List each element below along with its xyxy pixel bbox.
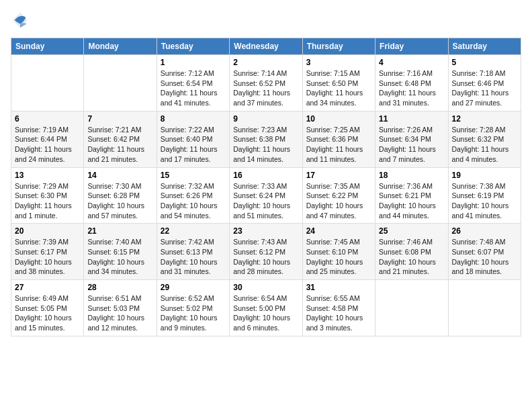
calendar-cell: 8Sunrise: 7:22 AM Sunset: 6:40 PM Daylig… (157, 111, 229, 167)
calendar-cell: 15Sunrise: 7:32 AM Sunset: 6:26 PM Dayli… (157, 167, 229, 224)
weekday-header: Thursday (302, 38, 375, 55)
calendar-cell: 18Sunrise: 7:36 AM Sunset: 6:21 PM Dayli… (375, 167, 448, 224)
calendar-cell: 3Sunrise: 7:15 AM Sunset: 6:50 PM Daylig… (302, 55, 375, 111)
day-info: Sunrise: 7:14 AM Sunset: 6:52 PM Dayligh… (233, 68, 298, 108)
logo-icon (11, 11, 30, 30)
weekday-header: Saturday (448, 38, 521, 55)
calendar-cell: 24Sunrise: 7:45 AM Sunset: 6:10 PM Dayli… (302, 224, 375, 280)
day-number: 27 (15, 283, 80, 292)
day-info: Sunrise: 7:32 AM Sunset: 6:26 PM Dayligh… (161, 181, 226, 221)
calendar-cell: 2Sunrise: 7:14 AM Sunset: 6:52 PM Daylig… (230, 55, 302, 111)
day-info: Sunrise: 7:28 AM Sunset: 6:32 PM Dayligh… (452, 125, 517, 165)
calendar-cell: 14Sunrise: 7:30 AM Sunset: 6:28 PM Dayli… (84, 167, 157, 224)
day-number: 7 (87, 114, 152, 124)
calendar-cell: 7Sunrise: 7:21 AM Sunset: 6:42 PM Daylig… (84, 111, 157, 167)
day-number: 14 (87, 171, 152, 180)
day-info: Sunrise: 7:42 AM Sunset: 6:13 PM Dayligh… (161, 237, 226, 277)
calendar-cell: 27Sunrise: 6:49 AM Sunset: 5:05 PM Dayli… (11, 280, 84, 336)
day-number: 9 (233, 114, 298, 124)
calendar-cell: 13Sunrise: 7:29 AM Sunset: 6:30 PM Dayli… (11, 167, 84, 224)
day-info: Sunrise: 7:15 AM Sunset: 6:50 PM Dayligh… (306, 68, 371, 108)
day-number: 25 (379, 226, 444, 236)
day-number: 28 (87, 283, 152, 292)
day-number: 11 (379, 114, 444, 124)
calendar-cell: 30Sunrise: 6:54 AM Sunset: 5:00 PM Dayli… (230, 280, 302, 336)
day-info: Sunrise: 7:36 AM Sunset: 6:21 PM Dayligh… (379, 181, 444, 221)
day-number: 23 (233, 226, 298, 236)
day-info: Sunrise: 7:12 AM Sunset: 6:54 PM Dayligh… (161, 68, 226, 108)
weekday-row: SundayMondayTuesdayWednesdayThursdayFrid… (11, 38, 521, 55)
day-number: 16 (233, 171, 298, 180)
calendar-body: 1Sunrise: 7:12 AM Sunset: 6:54 PM Daylig… (11, 55, 521, 336)
calendar-cell: 1Sunrise: 7:12 AM Sunset: 6:54 PM Daylig… (157, 55, 229, 111)
calendar-week-row: 20Sunrise: 7:39 AM Sunset: 6:17 PM Dayli… (11, 224, 521, 280)
day-info: Sunrise: 7:48 AM Sunset: 6:07 PM Dayligh… (452, 237, 517, 277)
day-info: Sunrise: 7:30 AM Sunset: 6:28 PM Dayligh… (87, 181, 152, 221)
weekday-header: Sunday (11, 38, 84, 55)
calendar-cell: 4Sunrise: 7:16 AM Sunset: 6:48 PM Daylig… (375, 55, 448, 111)
calendar-cell: 19Sunrise: 7:38 AM Sunset: 6:19 PM Dayli… (448, 167, 521, 224)
day-info: Sunrise: 7:21 AM Sunset: 6:42 PM Dayligh… (87, 125, 152, 165)
calendar-cell: 23Sunrise: 7:43 AM Sunset: 6:12 PM Dayli… (230, 224, 302, 280)
day-info: Sunrise: 6:51 AM Sunset: 5:03 PM Dayligh… (87, 293, 152, 333)
day-number: 18 (379, 171, 444, 180)
calendar-cell: 20Sunrise: 7:39 AM Sunset: 6:17 PM Dayli… (11, 224, 84, 280)
day-info: Sunrise: 6:55 AM Sunset: 4:58 PM Dayligh… (306, 293, 371, 333)
calendar-cell: 26Sunrise: 7:48 AM Sunset: 6:07 PM Dayli… (448, 224, 521, 280)
header (11, 11, 521, 30)
calendar-cell: 31Sunrise: 6:55 AM Sunset: 4:58 PM Dayli… (302, 280, 375, 336)
day-info: Sunrise: 7:38 AM Sunset: 6:19 PM Dayligh… (452, 181, 517, 221)
day-info: Sunrise: 6:49 AM Sunset: 5:05 PM Dayligh… (15, 293, 80, 333)
day-info: Sunrise: 7:22 AM Sunset: 6:40 PM Dayligh… (161, 125, 226, 165)
logo (11, 11, 31, 30)
calendar-cell: 16Sunrise: 7:33 AM Sunset: 6:24 PM Dayli… (230, 167, 302, 224)
calendar-cell: 29Sunrise: 6:52 AM Sunset: 5:02 PM Dayli… (157, 280, 229, 336)
day-number: 4 (379, 58, 444, 67)
day-info: Sunrise: 6:52 AM Sunset: 5:02 PM Dayligh… (161, 293, 226, 333)
day-number: 13 (15, 171, 80, 180)
calendar-cell: 9Sunrise: 7:23 AM Sunset: 6:38 PM Daylig… (230, 111, 302, 167)
weekday-header: Tuesday (157, 38, 229, 55)
day-info: Sunrise: 6:54 AM Sunset: 5:00 PM Dayligh… (233, 293, 298, 333)
calendar-cell: 5Sunrise: 7:18 AM Sunset: 6:46 PM Daylig… (448, 55, 521, 111)
day-number: 6 (15, 114, 80, 124)
calendar-cell: 25Sunrise: 7:46 AM Sunset: 6:08 PM Dayli… (375, 224, 448, 280)
day-info: Sunrise: 7:29 AM Sunset: 6:30 PM Dayligh… (15, 181, 80, 221)
day-number: 21 (87, 226, 152, 236)
day-info: Sunrise: 7:18 AM Sunset: 6:46 PM Dayligh… (452, 68, 517, 108)
calendar-cell: 6Sunrise: 7:19 AM Sunset: 6:44 PM Daylig… (11, 111, 84, 167)
day-number: 17 (306, 171, 371, 180)
calendar-week-row: 27Sunrise: 6:49 AM Sunset: 5:05 PM Dayli… (11, 280, 521, 336)
weekday-header: Monday (84, 38, 157, 55)
day-number: 29 (161, 283, 226, 292)
day-info: Sunrise: 7:40 AM Sunset: 6:15 PM Dayligh… (87, 237, 152, 277)
calendar-week-row: 13Sunrise: 7:29 AM Sunset: 6:30 PM Dayli… (11, 167, 521, 224)
day-number: 22 (161, 226, 226, 236)
calendar-header: SundayMondayTuesdayWednesdayThursdayFrid… (11, 38, 521, 55)
day-info: Sunrise: 7:16 AM Sunset: 6:48 PM Dayligh… (379, 68, 444, 108)
day-number: 15 (161, 171, 226, 180)
weekday-header: Wednesday (230, 38, 302, 55)
day-info: Sunrise: 7:26 AM Sunset: 6:34 PM Dayligh… (379, 125, 444, 165)
day-info: Sunrise: 7:35 AM Sunset: 6:22 PM Dayligh… (306, 181, 371, 221)
calendar-cell: 28Sunrise: 6:51 AM Sunset: 5:03 PM Dayli… (84, 280, 157, 336)
day-info: Sunrise: 7:39 AM Sunset: 6:17 PM Dayligh… (15, 237, 80, 277)
day-number: 30 (233, 283, 298, 292)
calendar-week-row: 1Sunrise: 7:12 AM Sunset: 6:54 PM Daylig… (11, 55, 521, 111)
day-number: 3 (306, 58, 371, 67)
calendar-table: SundayMondayTuesdayWednesdayThursdayFrid… (11, 38, 521, 336)
calendar-cell: 12Sunrise: 7:28 AM Sunset: 6:32 PM Dayli… (448, 111, 521, 167)
day-info: Sunrise: 7:23 AM Sunset: 6:38 PM Dayligh… (233, 125, 298, 165)
day-number: 19 (452, 171, 517, 180)
day-number: 26 (452, 226, 517, 236)
day-info: Sunrise: 7:19 AM Sunset: 6:44 PM Dayligh… (15, 125, 80, 165)
calendar-cell: 11Sunrise: 7:26 AM Sunset: 6:34 PM Dayli… (375, 111, 448, 167)
calendar-cell (375, 280, 448, 336)
day-number: 5 (452, 58, 517, 67)
day-info: Sunrise: 7:43 AM Sunset: 6:12 PM Dayligh… (233, 237, 298, 277)
calendar-cell: 17Sunrise: 7:35 AM Sunset: 6:22 PM Dayli… (302, 167, 375, 224)
calendar-cell: 22Sunrise: 7:42 AM Sunset: 6:13 PM Dayli… (157, 224, 229, 280)
calendar-week-row: 6Sunrise: 7:19 AM Sunset: 6:44 PM Daylig… (11, 111, 521, 167)
calendar-cell (448, 280, 521, 336)
day-number: 12 (452, 114, 517, 124)
